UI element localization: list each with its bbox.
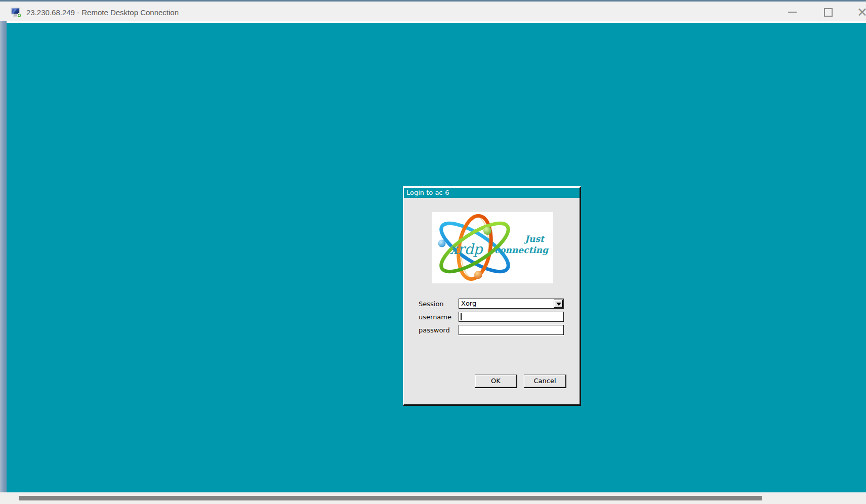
- session-label: Session: [419, 300, 444, 308]
- session-selected-value: Xorg: [461, 300, 476, 308]
- session-dropdown-button[interactable]: [554, 300, 563, 308]
- login-dialog-titlebar: Login to ac-6: [404, 188, 580, 198]
- username-input[interactable]: [459, 312, 564, 322]
- logo-tagline-line1: Just: [524, 234, 545, 244]
- maximize-button[interactable]: [824, 8, 833, 17]
- rdp-client-window: 23.230.68.249 - Remote Desktop Connectio…: [0, 0, 866, 504]
- window-title: 23.230.68.249 - Remote Desktop Connectio…: [26, 2, 179, 22]
- close-button[interactable]: ✕: [857, 3, 866, 21]
- text-cursor: [461, 313, 462, 320]
- ok-button[interactable]: OK: [475, 374, 517, 388]
- cancel-button[interactable]: Cancel: [524, 374, 566, 388]
- horizontal-scrollbar[interactable]: [0, 492, 866, 504]
- login-dialog: Login to ac-6: [403, 186, 581, 406]
- password-input[interactable]: [459, 325, 564, 335]
- minimize-button[interactable]: [788, 12, 797, 13]
- session-dropdown[interactable]: Xorg: [459, 299, 564, 309]
- username-label: username: [419, 313, 451, 321]
- window-titlebar: 23.230.68.249 - Remote Desktop Connectio…: [0, 0, 866, 22]
- xrdp-logo-text: xrdp: [449, 241, 483, 258]
- scrollbar-thumb[interactable]: [19, 496, 762, 500]
- window-left-edge: [0, 21, 7, 501]
- remote-desktop-app-icon: [10, 6, 22, 18]
- remote-desktop-area: Login to ac-6: [7, 23, 866, 492]
- xrdp-logo: xrdp Just connecting: [432, 212, 553, 283]
- password-label: password: [419, 326, 450, 334]
- chevron-down-icon: [556, 303, 561, 306]
- logo-tagline-line2: connecting: [494, 245, 549, 255]
